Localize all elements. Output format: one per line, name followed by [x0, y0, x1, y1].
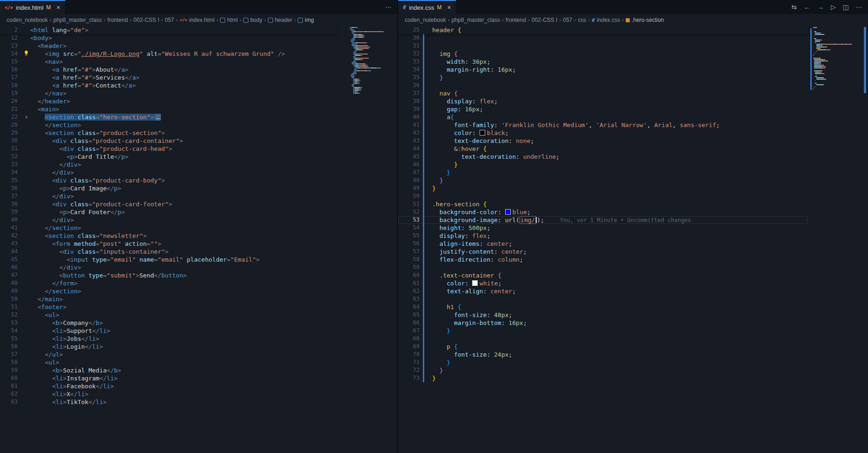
- code-line[interactable]: 38display: flex;: [398, 97, 808, 105]
- code-line[interactable]: 32<p>Card Title</p>: [0, 153, 337, 161]
- line-number[interactable]: 55: [0, 335, 18, 343]
- line-number[interactable]: 17: [0, 74, 18, 81]
- code-line[interactable]: 38<div class="product-card-footer">: [0, 200, 337, 208]
- code-area[interactable]: 2<html lang="de">12<body>13<header>14<im…: [0, 26, 337, 406]
- line-number[interactable]: 53: [402, 216, 420, 224]
- line-number[interactable]: 34: [0, 169, 18, 176]
- code-line[interactable]: 25header {: [398, 26, 808, 34]
- code-line[interactable]: 70font-size: 24px;: [398, 351, 808, 358]
- code-line[interactable]: 39gap: 16px;: [398, 105, 808, 113]
- line-number[interactable]: 39: [0, 208, 18, 216]
- line-number[interactable]: 67: [402, 327, 420, 335]
- line-number[interactable]: 38: [0, 200, 18, 208]
- code-line[interactable]: 31<div class="product-card-head">: [0, 145, 337, 153]
- line-number[interactable]: 37: [0, 192, 18, 200]
- line-number[interactable]: 37: [402, 89, 420, 97]
- line-number[interactable]: 57: [402, 248, 420, 256]
- line-number[interactable]: 71: [402, 358, 420, 366]
- line-number[interactable]: 60: [0, 374, 18, 382]
- code-line[interactable]: 50: [398, 192, 808, 200]
- editor-css[interactable]: 25header {303132img {33width: 36px;34mar…: [398, 26, 868, 453]
- code-line[interactable]: 67}: [398, 327, 808, 335]
- line-number[interactable]: 33: [402, 58, 420, 66]
- line-number[interactable]: 48: [0, 279, 18, 287]
- code-line[interactable]: 2<html lang="de">: [0, 26, 337, 34]
- breadcrumb-item[interactable]: coden_notebook: [405, 17, 446, 23]
- line-number[interactable]: 43: [0, 240, 18, 248]
- line-number[interactable]: 2: [0, 26, 18, 34]
- code-line[interactable]: 73}: [398, 374, 808, 382]
- line-number[interactable]: 68: [402, 335, 420, 343]
- code-line[interactable]: 41font-family: 'Franklin Gothic Medium',…: [398, 121, 808, 129]
- code-line[interactable]: 39<p>Card Footer</p>: [0, 208, 337, 216]
- line-number[interactable]: 62: [0, 390, 18, 398]
- code-line[interactable]: 55<li>Jobs</li>: [0, 335, 337, 343]
- code-line[interactable]: 60.text-container {: [398, 271, 808, 279]
- line-number[interactable]: 36: [402, 81, 420, 89]
- line-number[interactable]: 32: [402, 50, 420, 58]
- line-number[interactable]: 18: [0, 81, 18, 89]
- breadcrumb-item[interactable]: coden_notebook: [7, 17, 48, 23]
- code-line[interactable]: 53<b>Company</b>: [0, 319, 337, 327]
- code-line[interactable]: 58flex-direction: column;: [398, 256, 808, 264]
- line-number[interactable]: 12: [0, 34, 18, 42]
- code-line[interactable]: 64h1 {: [398, 303, 808, 311]
- line-number[interactable]: 33: [0, 161, 18, 169]
- line-number[interactable]: 32: [0, 153, 18, 161]
- line-number[interactable]: 41: [402, 121, 420, 129]
- line-number[interactable]: 63: [0, 398, 18, 406]
- line-number[interactable]: 29: [0, 129, 18, 137]
- tab-index-html[interactable]: </> index.html M ×: [0, 0, 66, 14]
- breadcrumb-item[interactable]: body: [243, 17, 262, 23]
- breadcrumb-item[interactable]: css: [578, 17, 586, 23]
- breadcrumb-item[interactable]: html: [220, 17, 238, 23]
- line-number[interactable]: 16: [0, 66, 18, 74]
- line-number[interactable]: 25: [402, 26, 420, 34]
- line-number[interactable]: 38: [402, 97, 420, 105]
- line-number[interactable]: 62: [402, 287, 420, 295]
- code-line[interactable]: 53background-image: url(img/);You, vor 1…: [398, 216, 808, 224]
- line-number[interactable]: 46: [0, 264, 18, 271]
- line-number[interactable]: 40: [0, 216, 18, 224]
- line-number[interactable]: 42: [0, 232, 18, 240]
- more-actions-icon[interactable]: ⋯: [856, 4, 862, 10]
- code-line[interactable]: 52<ul>: [0, 311, 337, 319]
- code-line[interactable]: 17<a href="#">Services</a>: [0, 74, 337, 81]
- code-line[interactable]: 58<ul>: [0, 358, 337, 366]
- code-line[interactable]: 40</div>: [0, 216, 337, 224]
- minimap[interactable]: [347, 27, 394, 94]
- code-line[interactable]: 44<div class="inputs-container">: [0, 248, 337, 256]
- breadcrumb-item[interactable]: php8_master_class: [452, 17, 500, 23]
- line-number[interactable]: 58: [402, 256, 420, 264]
- line-number[interactable]: 47: [402, 169, 420, 176]
- line-number[interactable]: 64: [402, 303, 420, 311]
- code-line[interactable]: 31: [398, 42, 808, 50]
- code-line[interactable]: 33width: 36px;: [398, 58, 808, 66]
- line-number[interactable]: 66: [402, 319, 420, 327]
- code-line[interactable]: 62text-align: center;: [398, 287, 808, 295]
- color-swatch[interactable]: [472, 280, 478, 286]
- code-line[interactable]: 57justify-content: center;: [398, 248, 808, 256]
- tab-index-css[interactable]: # index.css M ×: [398, 0, 456, 14]
- code-line[interactable]: 20</header>: [0, 97, 337, 105]
- line-number[interactable]: 35: [0, 176, 18, 184]
- code-line[interactable]: 22›<section class="hero-section">…: [0, 113, 337, 121]
- line-number[interactable]: 52: [0, 311, 18, 319]
- code-line[interactable]: 13<header>: [0, 42, 337, 50]
- code-line[interactable]: 63<li>TikTok</li>: [0, 398, 337, 406]
- breadcrumb-item[interactable]: 057: [563, 17, 572, 23]
- code-line[interactable]: 46}: [398, 161, 808, 169]
- code-line[interactable]: 47}: [398, 169, 808, 176]
- line-number[interactable]: 59: [0, 366, 18, 374]
- line-number[interactable]: 63: [402, 295, 420, 303]
- code-line[interactable]: 42color: black;: [398, 129, 808, 137]
- code-line[interactable]: 16<a href="#">About</a>: [0, 66, 337, 74]
- code-line[interactable]: 57</ul>: [0, 351, 337, 358]
- line-number[interactable]: 19: [0, 89, 18, 97]
- breadcrumb-item[interactable]: php8_master_class: [53, 17, 102, 23]
- line-number[interactable]: 45: [0, 256, 18, 264]
- code-line[interactable]: 32img {: [398, 50, 808, 58]
- code-line[interactable]: 55display: flex;: [398, 232, 808, 240]
- line-number[interactable]: 47: [0, 271, 18, 279]
- code-line[interactable]: 72}: [398, 366, 808, 374]
